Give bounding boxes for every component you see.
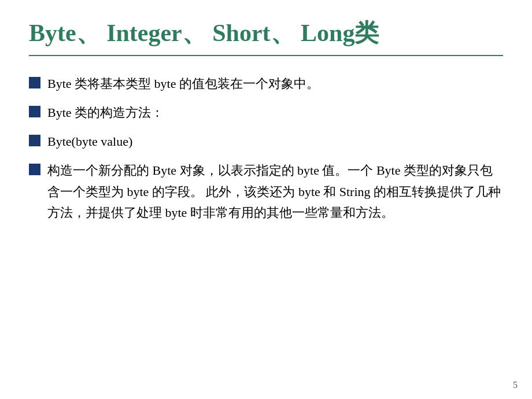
bullet-item-2: Byte 类的构造方法： [29,102,503,123]
bullet-text-3: Byte(byte value) [47,131,503,152]
bullet-item-4: 构造一个新分配的 Byte 对象，以表示指定的 byte 值。一个 Byte 类… [29,160,503,223]
bullet-marker-1 [29,77,40,88]
slide-title: Byte、 Integer、 Short、 Long类 [29,17,503,56]
bullet-item-3: Byte(byte value) [29,131,503,152]
slide-content: Byte 类将基本类型 byte 的值包装在一个对象中。 Byte 类的构造方法… [29,73,503,376]
bullet-marker-2 [29,106,40,117]
bullet-text-1: Byte 类将基本类型 byte 的值包装在一个对象中。 [47,73,503,94]
bullet-text-2: Byte 类的构造方法： [47,102,503,123]
slide-container: Byte、 Integer、 Short、 Long类 Byte 类将基本类型 … [0,0,532,399]
bullet-text-4: 构造一个新分配的 Byte 对象，以表示指定的 byte 值。一个 Byte 类… [47,160,503,223]
bullet-item-1: Byte 类将基本类型 byte 的值包装在一个对象中。 [29,73,503,94]
bullet-marker-4 [29,164,40,175]
bullet-marker-3 [29,135,40,146]
page-number: 5 [513,380,518,390]
